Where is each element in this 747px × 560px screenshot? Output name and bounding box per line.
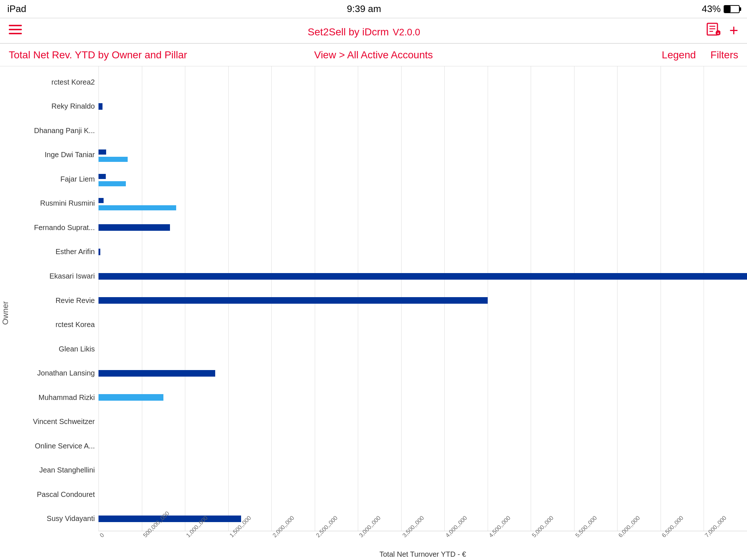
x-axis-title: Total Net Turnover YTD - € bbox=[379, 550, 466, 559]
chart-title: Total Net Rev. YTD by Owner and Pillar bbox=[9, 49, 252, 61]
svg-text:+: + bbox=[717, 31, 719, 35]
bar-row bbox=[98, 385, 747, 410]
sub-header-actions: Legend Filters bbox=[495, 49, 738, 61]
owner-label: Inge Dwi Taniar bbox=[11, 143, 98, 167]
time: 9:39 am bbox=[347, 3, 381, 15]
status-bar: iPad 9:39 am 43% bbox=[0, 0, 747, 18]
bar-row bbox=[98, 70, 747, 94]
bar-row bbox=[98, 167, 747, 191]
bar-dark bbox=[98, 149, 106, 155]
owner-label: Dhanang Panji K... bbox=[11, 118, 98, 143]
bar-row bbox=[98, 458, 747, 483]
bar-row bbox=[98, 94, 747, 119]
owner-label: Revie Revie bbox=[11, 288, 98, 313]
add-button[interactable]: + bbox=[729, 22, 738, 39]
legend-button[interactable]: Legend bbox=[662, 49, 696, 61]
owner-label: rctest Korea2 bbox=[11, 70, 98, 94]
y-axis-label: Owner bbox=[0, 66, 11, 560]
bar-dark bbox=[98, 273, 747, 280]
owner-label: Jean Stanghellini bbox=[11, 458, 98, 483]
bar-row bbox=[98, 118, 747, 143]
owner-label: Glean Likis bbox=[11, 337, 98, 361]
bar-row bbox=[98, 215, 747, 240]
bar-row bbox=[98, 191, 747, 216]
svg-rect-0 bbox=[9, 25, 22, 26]
view-label[interactable]: View > All Active Accounts bbox=[252, 49, 495, 61]
svg-rect-2 bbox=[9, 33, 22, 34]
bars-wrapper bbox=[98, 70, 747, 531]
bar-row bbox=[98, 264, 747, 288]
reports-button[interactable]: + bbox=[706, 23, 720, 39]
bar-row bbox=[98, 312, 747, 337]
bar-dark bbox=[98, 516, 241, 522]
owner-label: rctest Korea bbox=[11, 312, 98, 337]
bar-dark bbox=[98, 174, 106, 179]
bar-light bbox=[98, 205, 176, 210]
x-axis-label: 0 bbox=[98, 532, 105, 539]
bar-dark bbox=[98, 297, 488, 304]
header-icons: + + bbox=[706, 22, 738, 39]
svg-rect-1 bbox=[9, 29, 22, 30]
bar-light bbox=[98, 181, 126, 186]
owner-label: Jonathan Lansing bbox=[11, 361, 98, 385]
bar-row bbox=[98, 409, 747, 434]
menu-icon bbox=[9, 24, 22, 35]
bar-dark bbox=[98, 370, 215, 377]
owner-label: Rusmini Rusmini bbox=[11, 191, 98, 216]
filters-button[interactable]: Filters bbox=[711, 49, 738, 61]
owner-label: Muhammad Rizki bbox=[11, 385, 98, 410]
bar-dark bbox=[98, 224, 170, 231]
owner-label: Pascal Condouret bbox=[11, 482, 98, 507]
owner-label: Vincent Schweitzer bbox=[11, 409, 98, 434]
app-title: Set2Sell by iDcrm V2.0.0 bbox=[22, 23, 706, 39]
bar-row bbox=[98, 337, 747, 361]
owner-label: Ekasari Iswari bbox=[11, 264, 98, 288]
bar-light bbox=[98, 157, 128, 162]
owner-labels: rctest Korea2Reky RinaldoDhanang Panji K… bbox=[11, 66, 98, 560]
owner-label: Fajar Liem bbox=[11, 167, 98, 191]
bar-dark bbox=[98, 103, 102, 110]
owner-label: Fernando Suprat... bbox=[11, 215, 98, 240]
sub-header: Total Net Rev. YTD by Owner and Pillar V… bbox=[0, 44, 747, 66]
device-name: iPad bbox=[7, 3, 26, 15]
menu-button[interactable] bbox=[9, 23, 22, 38]
bar-light bbox=[98, 394, 163, 401]
reports-icon: + bbox=[706, 23, 720, 36]
bar-row bbox=[98, 288, 747, 313]
chart-container: Owner rctest Korea2Reky RinaldoDhanang P… bbox=[0, 66, 747, 560]
battery-indicator: 43% bbox=[702, 3, 740, 15]
bar-dark bbox=[98, 198, 104, 203]
x-axis-section: 0500,000,,0001,000,,0001,500,,0002,000,,… bbox=[98, 531, 747, 560]
bar-row bbox=[98, 240, 747, 264]
battery-icon bbox=[724, 5, 740, 13]
owner-label: Online Service A... bbox=[11, 434, 98, 458]
bars-section bbox=[98, 66, 747, 531]
bar-row bbox=[98, 361, 747, 385]
bar-tiny bbox=[98, 249, 100, 255]
bar-row bbox=[98, 482, 747, 507]
bar-row bbox=[98, 143, 747, 167]
owner-label: Esther Arifin bbox=[11, 240, 98, 264]
bar-row bbox=[98, 434, 747, 458]
owner-label: Susy Vidayanti bbox=[11, 507, 98, 531]
battery-percentage: 43% bbox=[702, 3, 721, 15]
app-header: Set2Sell by iDcrm V2.0.0 + + bbox=[0, 18, 747, 44]
owner-label: Reky Rinaldo bbox=[11, 94, 98, 119]
chart-area: 0500,000,,0001,000,,0001,500,,0002,000,,… bbox=[98, 66, 747, 560]
